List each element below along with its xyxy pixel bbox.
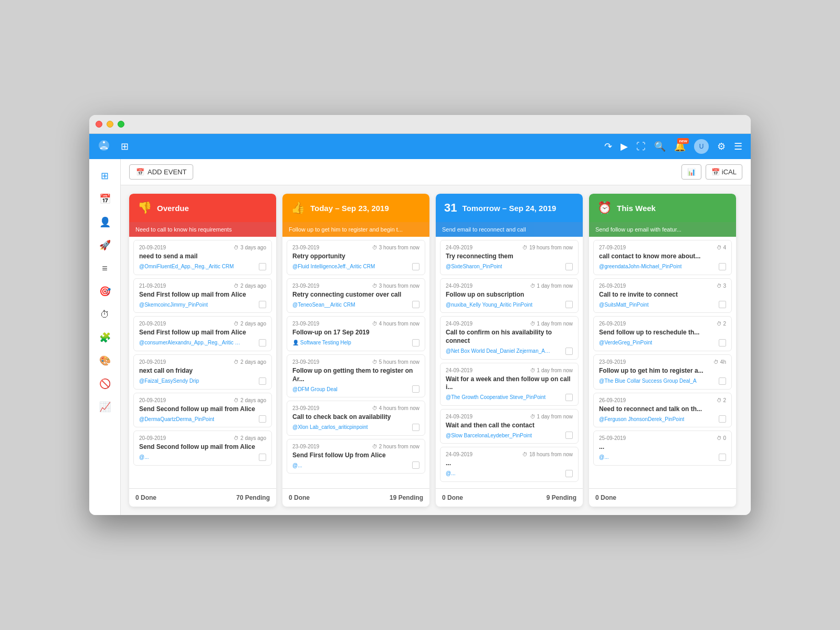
task-item[interactable]: 20-09-2019⏱ 2 days agoSend First follow … [133,316,272,351]
task-item[interactable]: 26-09-2019⏱ 2Send follow up to reschedul… [593,316,732,351]
task-checkbox[interactable] [719,263,726,270]
close-button[interactable] [96,121,102,128]
task-item[interactable]: 24-09-2019⏱ 1 day from nowFollow up on s… [440,278,579,313]
task-date: 23-09-2019 [292,444,319,449]
nav-fullscreen-icon[interactable]: ⛶ [636,141,646,152]
minimize-button[interactable] [107,121,113,128]
task-item[interactable]: 27-09-2019⏱ 4call contact to know more a… [593,240,732,275]
sidebar-item-dashboard[interactable]: ⊞ [94,165,116,186]
task-item[interactable]: 24-09-2019⏱ 18 hours from now...@... [440,447,579,482]
task-checkbox[interactable] [565,470,573,477]
task-checkbox[interactable] [565,432,573,439]
task-item[interactable]: 20-09-2019⏱ 2 days agonext call on frida… [133,354,272,390]
task-item[interactable]: 26-09-2019⏱ 3Call to re invite to connec… [593,278,732,313]
column-footer-overdue: 0 Done70 Pending [129,488,276,507]
column-footer-today: 0 Done19 Pending [282,488,429,507]
task-date: 27-09-2019 [599,245,626,250]
task-checkbox[interactable] [565,348,573,355]
sidebar-item-assets[interactable]: 🎨 [94,350,116,371]
nav-forward-icon[interactable]: ↷ [604,141,612,152]
task-date: 26-09-2019 [599,321,626,327]
task-time: ⏱ 2 days ago [234,359,266,365]
task-item[interactable]: 23-09-2019⏱ 2 hours from nowSend First f… [287,439,425,474]
task-checkbox[interactable] [259,339,266,346]
column-header-today: 👍Today – Sep 23, 2019 [282,194,429,222]
nav-grid-icon[interactable]: ⊞ [121,141,129,152]
task-item[interactable]: 20-09-2019⏱ 3 days agoneed to send a mai… [133,240,272,275]
task-checkbox[interactable] [259,415,266,423]
footer-pending: 70 Pending [236,494,270,501]
task-time: ⏱ 2 [717,321,726,327]
maximize-button[interactable] [118,121,124,128]
task-date: 25-09-2019 [599,435,626,441]
task-checkbox[interactable] [412,339,419,346]
task-checkbox[interactable] [565,301,573,308]
chart-button[interactable]: 📊 [681,164,701,180]
task-item[interactable]: 24-09-2019⏱ 1 day from nowWait for a wee… [440,363,579,406]
task-title: need to send a mail [139,253,266,261]
task-checkbox[interactable] [719,377,726,385]
task-checkbox[interactable] [719,339,726,346]
task-checkbox[interactable] [259,263,266,270]
task-item[interactable]: 24-09-2019⏱ 1 day from nowWait and then … [440,409,579,444]
task-title: Follow up on subscription [446,291,573,299]
sidebar-item-campaigns[interactable]: 🚀 [94,235,116,256]
task-time: ⏱ 3 [717,283,726,289]
task-item[interactable]: 25-09-2019⏱ 0...@... [593,430,732,466]
column-items-today: 23-09-2019⏱ 3 hours from nowRetry opport… [282,237,429,488]
nav-menu-icon[interactable]: ☰ [734,141,742,152]
task-checkbox[interactable] [719,415,726,423]
sidebar-item-lists[interactable]: ≡ [94,258,116,279]
task-item[interactable]: 20-09-2019⏱ 2 days agoSend Second follow… [133,393,272,428]
task-item[interactable]: 23-09-2019⏱ 3 hours from nowRetry connec… [287,278,425,313]
task-item[interactable]: 23-09-2019⏱ 3 hours from nowRetry opport… [287,240,425,275]
sidebar-item-integrations[interactable]: 🧩 [94,327,116,348]
nav-avatar[interactable]: U [694,139,709,154]
task-checkbox[interactable] [412,385,419,393]
nav-play-icon[interactable]: ▶ [621,141,628,152]
task-date: 20-09-2019 [139,397,166,403]
task-item[interactable]: 23-09-2019⏱ 4 hours from nowCall to chec… [287,401,425,436]
task-item[interactable]: 24-09-2019⏱ 1 day from nowCall to confir… [440,316,579,359]
task-title: Send Second follow up mail from Alice [139,405,266,414]
task-checkbox[interactable] [412,263,419,270]
sidebar-item-reports[interactable]: 📈 [94,396,116,417]
add-event-label: ADD EVENT [148,168,186,176]
task-item[interactable]: 26-09-2019⏱ 2Need to reconnect and talk … [593,393,732,428]
task-date: 24-09-2019 [446,414,472,419]
sidebar-item-calendar[interactable]: 📅 [94,188,116,209]
column-items-tomorrow: 24-09-2019⏱ 19 hours from nowTry reconne… [436,237,583,488]
task-checkbox[interactable] [412,461,419,469]
task-time: ⏱ 3 hours from now [372,245,419,250]
add-event-button[interactable]: 📅 ADD EVENT [129,164,193,180]
task-checkbox[interactable] [719,301,726,308]
task-item[interactable]: 21-09-2019⏱ 2 days agoSend First follow … [133,278,272,313]
task-date: 23-09-2019 [292,245,319,250]
sidebar-item-blocked[interactable]: 🚫 [94,373,116,394]
task-checkbox[interactable] [259,454,266,461]
task-item[interactable]: 23-09-2019⏱ 5 hours from nowFollow up on… [287,354,425,397]
sidebar-item-activity[interactable]: ⏱ [94,304,116,325]
task-item[interactable]: 20-09-2019⏱ 2 days agoSend Second follow… [133,430,272,466]
task-contact: @Ferguson JhonsonDerek_PinPoint [599,416,684,422]
nav-search-icon[interactable]: 🔍 [654,141,666,152]
task-item[interactable]: 23-09-2019⏱ 4hFollow up to get him to re… [593,354,732,390]
task-checkbox[interactable] [719,454,726,461]
task-item[interactable]: 23-09-2019⏱ 4 hours from nowFollow-up on… [287,316,425,351]
toolbar: 📅 ADD EVENT 📊 📅 iCAL [121,159,751,185]
task-time: ⏱ 1 day from now [530,414,573,419]
sidebar-item-goals[interactable]: 🎯 [94,281,116,302]
ical-button[interactable]: 📅 iCAL [706,164,742,180]
nav-settings-icon[interactable]: ⚙ [717,141,726,152]
task-checkbox[interactable] [412,301,419,308]
task-time: ⏱ 3 hours from now [372,283,419,289]
sidebar-item-contacts[interactable]: 👤 [94,212,116,233]
task-checkbox[interactable] [412,424,419,431]
task-checkbox[interactable] [259,301,266,308]
task-checkbox[interactable] [259,377,266,385]
task-item[interactable]: 24-09-2019⏱ 19 hours from nowTry reconne… [440,240,579,275]
task-title: Need to reconnect and talk on th... [599,405,726,414]
nav-bell-icon[interactable]: 🔔 new [674,141,686,152]
task-checkbox[interactable] [565,394,573,401]
task-checkbox[interactable] [565,263,573,270]
